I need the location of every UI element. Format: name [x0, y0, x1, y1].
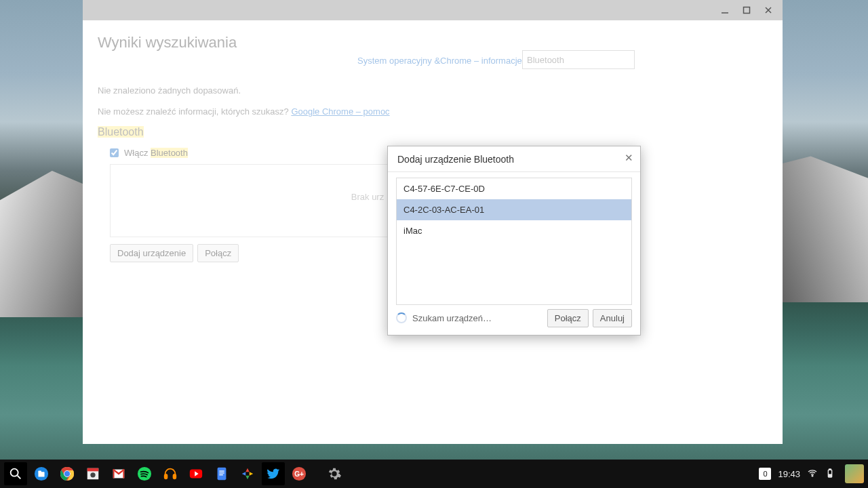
svg-rect-10 [87, 468, 99, 472]
connect-button[interactable]: Połącz [197, 244, 239, 262]
battery-icon[interactable] [825, 468, 835, 481]
svg-point-1 [11, 469, 18, 476]
dialog-footer: Szukam urządzeń… Połącz Anuluj [396, 308, 632, 328]
add-bluetooth-device-dialog: Dodaj urządzenie Bluetooth ✕ C4-57-6E-C7… [387, 146, 641, 336]
bluetooth-section-heading: Bluetooth [98, 126, 144, 138]
dialog-connect-button[interactable]: Połącz [547, 309, 589, 327]
wifi-icon[interactable] [807, 468, 818, 481]
svg-point-23 [812, 475, 813, 476]
bluetooth-device-list: C4-57-6E-C7-CE-0D C4-2C-03-AC-EA-01 iMac [396, 178, 632, 305]
svg-rect-17 [218, 468, 226, 480]
window-maximize-button[interactable] [741, 4, 753, 16]
shelf-apps: G+ [4, 462, 346, 485]
settings-icon[interactable] [323, 462, 346, 485]
settings-window: Wyniki wyszukiwania System operacyjny &C… [83, 0, 783, 444]
svg-rect-0 [744, 7, 750, 14]
bluetooth-device-item[interactable]: C4-57-6E-C7-CE-0D [397, 178, 631, 199]
spotify-icon[interactable] [133, 462, 156, 485]
window-minimize-button[interactable] [719, 4, 731, 16]
user-avatar[interactable] [845, 464, 864, 483]
dialog-close-button[interactable]: ✕ [625, 152, 633, 164]
svg-rect-20 [219, 474, 223, 475]
svg-rect-25 [829, 469, 831, 470]
svg-rect-3 [38, 472, 44, 476]
scanning-spinner-icon [396, 312, 407, 323]
settings-search-input[interactable] [522, 50, 635, 69]
window-close-button[interactable] [762, 4, 774, 16]
app-icon[interactable] [81, 462, 104, 485]
svg-point-11 [90, 472, 95, 477]
add-device-button[interactable]: Dodaj urządzenie [110, 244, 193, 262]
heading-highlight: Bluetooth [98, 126, 144, 138]
dialog-title: Dodaj urządzenie Bluetooth [397, 154, 514, 165]
gmail-icon[interactable] [107, 462, 130, 485]
svg-rect-26 [829, 474, 831, 476]
headphones-icon[interactable] [159, 462, 182, 485]
window-titlebar [83, 0, 783, 20]
dialog-header: Dodaj urządzenie Bluetooth ✕ [388, 146, 640, 172]
docs-icon[interactable] [210, 462, 233, 485]
svg-rect-19 [219, 472, 224, 473]
help-link[interactable]: Google Chrome – pomoc [291, 106, 389, 117]
notification-count[interactable]: 0 [759, 468, 771, 480]
clock[interactable]: 19:43 [778, 469, 800, 479]
enable-bluetooth-checkbox[interactable] [110, 148, 119, 157]
enable-bluetooth-label: Włącz Bluetooth [124, 148, 188, 158]
chrome-icon[interactable] [56, 462, 79, 485]
svg-rect-18 [219, 470, 224, 471]
help-text: Nie możesz znaleźć informacji, których s… [98, 106, 390, 117]
svg-rect-14 [165, 474, 167, 479]
enable-bluetooth-row[interactable]: Włącz Bluetooth [110, 148, 188, 158]
system-tray[interactable]: 0 19:43 [759, 464, 864, 483]
help-prefix: Nie możesz znaleźć informacji, których s… [98, 106, 291, 117]
scanning-label: Szukam urządzeń… [412, 313, 543, 323]
no-devices-text: Brak urz [351, 192, 384, 202]
twitter-icon[interactable] [262, 462, 285, 485]
device-buttons-row: Dodaj urządzenie Połącz [110, 244, 239, 262]
page-title: Wyniki wyszukiwania [98, 34, 768, 52]
svg-rect-4 [38, 470, 41, 472]
photos-icon[interactable] [236, 462, 259, 485]
files-app-icon[interactable] [30, 462, 53, 485]
bluetooth-device-item[interactable]: iMac [397, 220, 631, 241]
search-icon[interactable] [4, 462, 27, 485]
no-results-text: Nie znaleziono żadnych dopasowań. [98, 85, 241, 96]
svg-text:G+: G+ [294, 470, 304, 478]
google-plus-icon[interactable]: G+ [288, 462, 311, 485]
nav-about-link[interactable]: System operacyjny &Chrome – informacje [357, 56, 522, 66]
youtube-icon[interactable] [184, 462, 208, 485]
shelf: G+ 0 19:43 [0, 460, 868, 488]
dialog-cancel-button[interactable]: Anuluj [593, 309, 632, 327]
bluetooth-device-item[interactable]: C4-2C-03-AC-EA-01 [397, 199, 631, 220]
svg-rect-15 [174, 474, 176, 479]
